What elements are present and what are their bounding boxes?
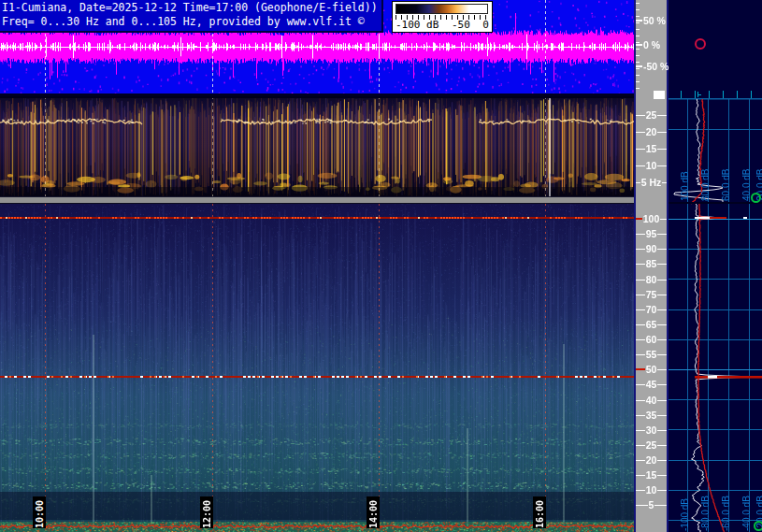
tick-line [657, 339, 667, 340]
tick-label-text: 75 [645, 289, 658, 300]
tick-label-text: 30 [645, 424, 658, 436]
tick-line [636, 460, 645, 461]
tick-line [657, 400, 667, 401]
tick-line [636, 505, 648, 506]
amplitude-tick-label: 0 % [636, 39, 667, 50]
tick-label-text: 40 [645, 395, 658, 406]
time-label-text: 16:00 [534, 496, 546, 528]
station-title-line1: I1-Cumiana, Date=2025-12-12 Time=17:00 (… [2, 1, 378, 15]
db-axis-label: -40.0 dB [740, 488, 751, 531]
tick-label-text: 70 [645, 304, 658, 315]
tick-line [636, 415, 645, 416]
colorbar-max-label: 0 [482, 19, 489, 31]
tick-line [657, 295, 667, 295]
tick-line [636, 430, 645, 431]
db-axis-label-text: -40.0 dB [740, 488, 753, 531]
amplitude-label-text: -50 % [643, 61, 669, 72]
amplitude-tick-label: 50 % [636, 15, 667, 26]
tick-line [657, 234, 667, 235]
db-axis-label-text: -100 dB [679, 488, 691, 531]
tick-line [636, 445, 645, 446]
tick-label-text: 65 [645, 319, 658, 330]
tick-line [657, 384, 667, 385]
green-circle-marker-icon [754, 521, 762, 531]
freq-tick-label: 20 [636, 454, 667, 466]
tick-line [657, 415, 667, 416]
tick-line [636, 475, 645, 476]
tick-line [636, 44, 642, 46]
tick-line [657, 324, 667, 325]
scalebar-notch [654, 91, 665, 99]
tick-label-text: 10 [645, 160, 658, 171]
time-label-box: 14:00 [367, 496, 380, 528]
tick-line [636, 309, 645, 310]
tick-label-text: 100 [642, 213, 661, 224]
tick-line [657, 165, 667, 166]
freq-tick-label: 75 [636, 289, 667, 300]
freq-tick-label: 50 [636, 364, 667, 375]
freq-tick-label: 100 [636, 213, 667, 224]
freq-tick-label: 90 [636, 243, 667, 254]
tick-line [662, 182, 667, 183]
db-axis-label-text: 60.0 dB [720, 158, 732, 201]
geophone-spectrogram [0, 96, 634, 196]
tick-label-text: 10 [645, 484, 658, 496]
freq-tick-label: 45 [636, 379, 667, 390]
db-axis-label: -80.0 dB [698, 488, 710, 531]
time-label-text: 12:00 [201, 496, 213, 528]
db-axis-label-text: 100 dB [679, 158, 691, 201]
tick-label-text: 95 [645, 228, 658, 239]
tick-label-text: 45 [645, 379, 658, 390]
tick-line [657, 264, 667, 265]
tick-line [636, 218, 642, 220]
tick-line [636, 249, 645, 250]
db-axis-label: 80.0 dB [698, 158, 710, 201]
tick-line [660, 219, 667, 220]
colorbar-mid-label: -50 [452, 19, 470, 31]
tick-line [657, 475, 667, 476]
tick-line [657, 132, 667, 133]
tick-line [657, 115, 667, 116]
tick-line [657, 309, 667, 310]
tick-line [657, 280, 667, 280]
tick-label-text: 15 [645, 469, 658, 481]
freq-tick-label: 5 Hz [636, 177, 667, 188]
tick-line [636, 165, 645, 166]
freq-tick-label: 85 [636, 258, 667, 269]
station-title-banner: I1-Cumiana, Date=2025-12-12 Time=17:00 (… [0, 0, 383, 33]
amplitude-label-text: 0 % [643, 39, 660, 50]
tick-label-text: 60 [645, 334, 658, 345]
vlf-monitoring-display: I1-Cumiana, Date=2025-12-12 Time=17:00 (… [0, 0, 762, 532]
freq-tick-label: 15 [636, 143, 667, 154]
tick-line [636, 65, 642, 67]
freq-tick-label: 25 [636, 439, 667, 451]
section-divider [0, 196, 634, 204]
tick-label-text: 80 [645, 274, 658, 285]
section-divider [0, 93, 634, 96]
tick-line [657, 460, 667, 461]
tick-line [636, 384, 645, 385]
time-label-box: 12:00 [200, 496, 213, 528]
tick-line [654, 505, 667, 506]
freq-tick-label: 25 [636, 109, 667, 121]
freq-tick-label: 60 [636, 334, 667, 345]
tick-label-text: 90 [645, 243, 658, 254]
colorbar-min-label: -100 dB [395, 19, 439, 31]
tick-label-text: 5 Hz [640, 177, 663, 188]
freq-tick-label: 30 [636, 424, 667, 436]
tick-line [636, 324, 645, 325]
tick-line [636, 20, 642, 22]
tick-line [657, 354, 667, 355]
time-label-box: 10:00 [33, 496, 46, 528]
tick-line [636, 149, 645, 150]
amplitude-label-text: 50 % [643, 15, 666, 26]
green-circle-marker-icon [751, 193, 761, 203]
tick-line [636, 295, 645, 295]
frequency-scale-bar: 50 % 0 % -50 % 252015105 Hz1009590858075… [634, 0, 669, 532]
db-axis-label: -60.0 dB [719, 488, 730, 531]
tick-label-text: 15 [645, 143, 658, 154]
station-title-line2: Freq= 0...30 Hz and 0...105 Hz, provided… [2, 15, 378, 29]
time-label-box: 16:00 [533, 496, 546, 528]
tick-line [657, 445, 667, 446]
tick-line [636, 490, 645, 491]
